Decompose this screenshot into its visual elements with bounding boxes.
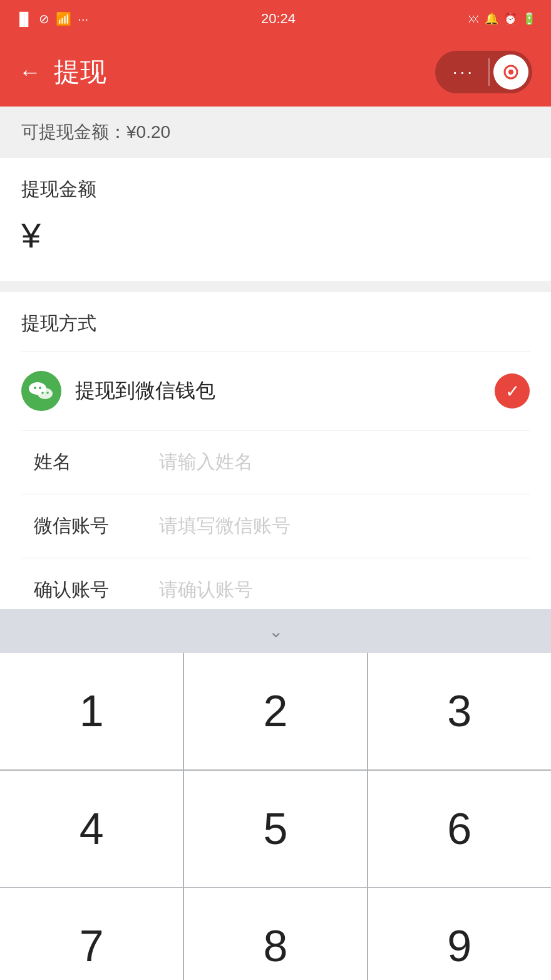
- key-3[interactable]: 3: [368, 653, 551, 769]
- key-8[interactable]: 8: [184, 888, 367, 980]
- keyboard-grid: 1 2 3 4 5 6 7 8 9 . 0: [0, 653, 551, 980]
- toolbar-actions: ···: [435, 51, 532, 93]
- status-bar-left: ▐▌ ⊘ 📶 ···: [15, 11, 88, 26]
- status-bar-right: ⯵ 🔔 ⏰ 🔋: [468, 12, 536, 26]
- key-4[interactable]: 4: [0, 771, 183, 887]
- key-7[interactable]: 7: [0, 888, 183, 980]
- signal-icon: ▐▌: [15, 12, 33, 26]
- alarm-icon: ⏰: [503, 12, 517, 26]
- battery-icon: 🔋: [522, 12, 536, 26]
- wechat-account-input[interactable]: 请填写微信账号: [121, 513, 291, 539]
- confirm-account-label: 确认账号: [21, 577, 121, 603]
- amount-label: 提现金额: [21, 177, 530, 202]
- amount-input-row[interactable]: ¥: [21, 215, 530, 256]
- svg-point-6: [38, 388, 53, 399]
- section-separator-1: [0, 281, 551, 292]
- name-field-row: 姓名 请输入姓名: [21, 430, 530, 494]
- scan-icon: [501, 62, 521, 82]
- wechat-selected-indicator: ✓: [495, 373, 530, 409]
- toolbar: ← 提现 ···: [0, 38, 551, 107]
- key-5[interactable]: 5: [184, 771, 367, 887]
- bluetooth-icon: ⯵: [468, 13, 480, 26]
- svg-point-1: [508, 70, 513, 75]
- svg-point-5: [39, 387, 41, 389]
- svg-point-7: [41, 392, 44, 394]
- no-signal-icon: ⊘: [39, 11, 49, 26]
- status-bar-time: 20:24: [261, 11, 296, 27]
- available-balance-text: 可提现金额：¥0.20: [21, 122, 170, 142]
- key-6[interactable]: 6: [368, 771, 551, 887]
- wechat-icon: [21, 371, 61, 411]
- wifi-icon: 📶: [56, 11, 71, 26]
- method-section-label: 提现方式: [21, 311, 530, 336]
- svg-point-8: [46, 392, 49, 394]
- numeric-keyboard: ⌄ 1 2 3 4 5 6 7 8 9 . 0: [0, 609, 551, 980]
- back-button[interactable]: ←: [19, 59, 41, 85]
- key-1[interactable]: 1: [0, 653, 183, 769]
- key-2[interactable]: 2: [184, 653, 367, 769]
- wechat-account-label: 微信账号: [21, 513, 121, 539]
- key-9[interactable]: 9: [368, 888, 551, 980]
- status-bar: ▐▌ ⊘ 📶 ··· 20:24 ⯵ 🔔 ⏰ 🔋: [0, 0, 551, 38]
- wechat-option-label: 提现到微信钱包: [75, 377, 215, 405]
- checkmark-icon: ✓: [505, 381, 520, 402]
- scan-button[interactable]: [493, 55, 528, 90]
- name-input[interactable]: 请输入姓名: [121, 449, 253, 475]
- keyboard-header: ⌄: [0, 609, 551, 653]
- wechat-account-field-row: 微信账号 请填写微信账号: [21, 494, 530, 558]
- svg-point-4: [34, 387, 36, 389]
- confirm-account-field-row: 确认账号 请确认账号: [21, 558, 530, 609]
- confirm-account-input[interactable]: 请确认账号: [121, 577, 253, 603]
- keyboard-collapse-button[interactable]: ⌄: [269, 621, 283, 642]
- method-section: 提现方式 提现到微信钱包 ✓ 姓名 请输入姓名 微信账号: [0, 292, 551, 609]
- amount-section: 提现金额 ¥: [0, 158, 551, 281]
- yen-symbol: ¥: [21, 215, 41, 256]
- page-title: 提现: [54, 55, 106, 90]
- name-label: 姓名: [21, 449, 121, 475]
- toolbar-divider: [488, 58, 490, 86]
- more-options-button[interactable]: ···: [439, 62, 488, 82]
- more-icon: ···: [78, 12, 88, 26]
- toolbar-left: ← 提现: [19, 55, 106, 90]
- available-balance-banner: 可提现金额：¥0.20: [0, 107, 551, 158]
- bell-icon: 🔔: [485, 12, 498, 26]
- wechat-option-left: 提现到微信钱包: [21, 371, 215, 411]
- wechat-wallet-option[interactable]: 提现到微信钱包 ✓: [21, 352, 530, 430]
